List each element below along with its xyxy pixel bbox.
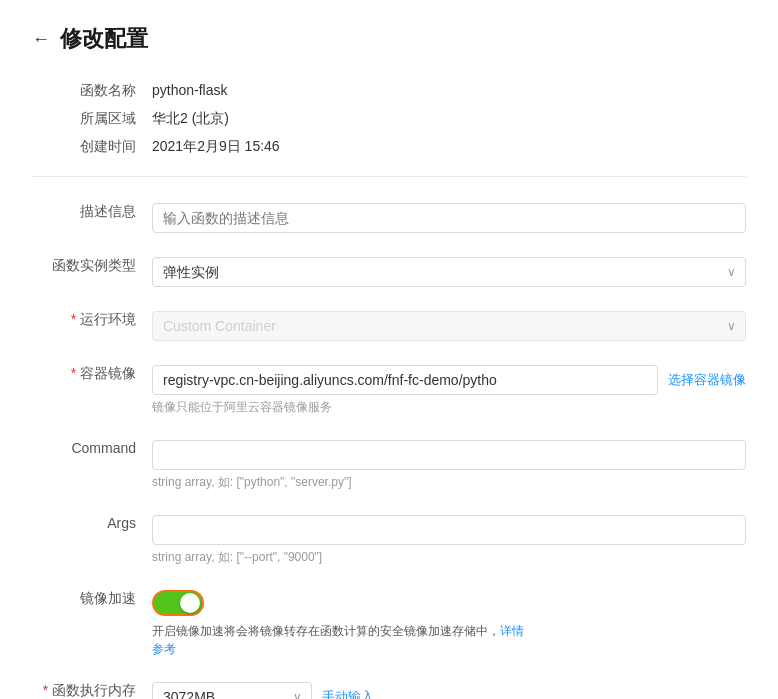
args-wrapper: string array, 如: ["--port", "9000"] [152, 509, 746, 566]
select-image-link[interactable]: 选择容器镜像 [668, 371, 746, 389]
acceleration-wrapper: 开启镜像加速将会将镜像转存在函数计算的安全镜像加速存储中，详情参考 [152, 584, 746, 658]
args-label: Args [32, 509, 152, 531]
container-image-row: 容器镜像 选择容器镜像 镜像只能位于阿里云容器镜像服务 [32, 359, 746, 416]
command-input[interactable] [152, 440, 746, 470]
acceleration-row: 镜像加速 开启镜像加速将会将镜像转存在函数计算的安全镜像加速存储中，详情参考 [32, 584, 746, 658]
acceleration-hint-text: 开启镜像加速将会将镜像转存在函数计算的安全镜像加速存储中， [152, 624, 500, 638]
create-time-label: 创建时间 [32, 138, 152, 156]
acceleration-toggle[interactable] [152, 590, 204, 616]
back-button[interactable]: ← [32, 29, 50, 50]
runtime-label: 运行环境 [32, 305, 152, 329]
create-time-value: 2021年2月9日 15:46 [152, 138, 280, 156]
acceleration-label: 镜像加速 [32, 584, 152, 608]
args-input[interactable] [152, 515, 746, 545]
command-hint: string array, 如: ["python", "server.py"] [152, 474, 746, 491]
container-image-input[interactable] [152, 365, 658, 395]
description-label: 描述信息 [32, 197, 152, 221]
memory-input-row: 3072MB ∨ 手动输入 [152, 682, 746, 699]
command-wrapper: string array, 如: ["python", "server.py"] [152, 434, 746, 491]
toggle-knob [180, 593, 200, 613]
static-info-section: 函数名称 python-flask 所属区域 华北2 (北京) 创建时间 202… [32, 82, 746, 156]
memory-wrapper: 3072MB ∨ 手动输入 [152, 676, 746, 699]
container-image-label: 容器镜像 [32, 359, 152, 383]
instance-type-row: 函数实例类型 弹性实例 ∨ [32, 251, 746, 287]
instance-type-select-wrapper: 弹性实例 ∨ [152, 257, 746, 287]
container-image-wrapper: 选择容器镜像 镜像只能位于阿里云容器镜像服务 [152, 359, 746, 416]
image-input-row: 选择容器镜像 [152, 365, 746, 395]
page-header: ← 修改配置 [32, 24, 746, 54]
acceleration-hint: 开启镜像加速将会将镜像转存在函数计算的安全镜像加速存储中，详情参考 [152, 622, 532, 658]
command-label: Command [32, 434, 152, 456]
runtime-select-wrapper: Custom Container ∨ [152, 311, 746, 341]
function-name-label: 函数名称 [32, 82, 152, 100]
memory-row: 函数执行内存 3072MB ∨ 手动输入 [32, 676, 746, 699]
runtime-wrapper: Custom Container ∨ [152, 305, 746, 341]
region-label: 所属区域 [32, 110, 152, 128]
container-image-hint: 镜像只能位于阿里云容器镜像服务 [152, 399, 746, 416]
instance-type-select[interactable]: 弹性实例 [152, 257, 746, 287]
runtime-row: 运行环境 Custom Container ∨ [32, 305, 746, 341]
args-hint: string array, 如: ["--port", "9000"] [152, 549, 746, 566]
image-input-field-wrapper [152, 365, 658, 395]
manual-input-link[interactable]: 手动输入 [322, 688, 374, 699]
runtime-select[interactable]: Custom Container [152, 311, 746, 341]
region-value: 华北2 (北京) [152, 110, 229, 128]
function-name-value: python-flask [152, 82, 227, 100]
instance-type-wrapper: 弹性实例 ∨ [152, 251, 746, 287]
function-name-row: 函数名称 python-flask [32, 82, 746, 100]
create-time-row: 创建时间 2021年2月9日 15:46 [32, 138, 746, 156]
region-row: 所属区域 华北2 (北京) [32, 110, 746, 128]
description-row: 描述信息 [32, 197, 746, 233]
description-field-wrapper [152, 197, 746, 233]
memory-select-wrapper: 3072MB ∨ [152, 682, 312, 699]
memory-label: 函数执行内存 [32, 676, 152, 699]
section-divider [32, 176, 746, 177]
description-input[interactable] [152, 203, 746, 233]
command-row: Command string array, 如: ["python", "ser… [32, 434, 746, 491]
instance-type-label: 函数实例类型 [32, 251, 152, 275]
args-row: Args string array, 如: ["--port", "9000"] [32, 509, 746, 566]
page-title: 修改配置 [60, 24, 148, 54]
memory-select[interactable]: 3072MB [152, 682, 312, 699]
